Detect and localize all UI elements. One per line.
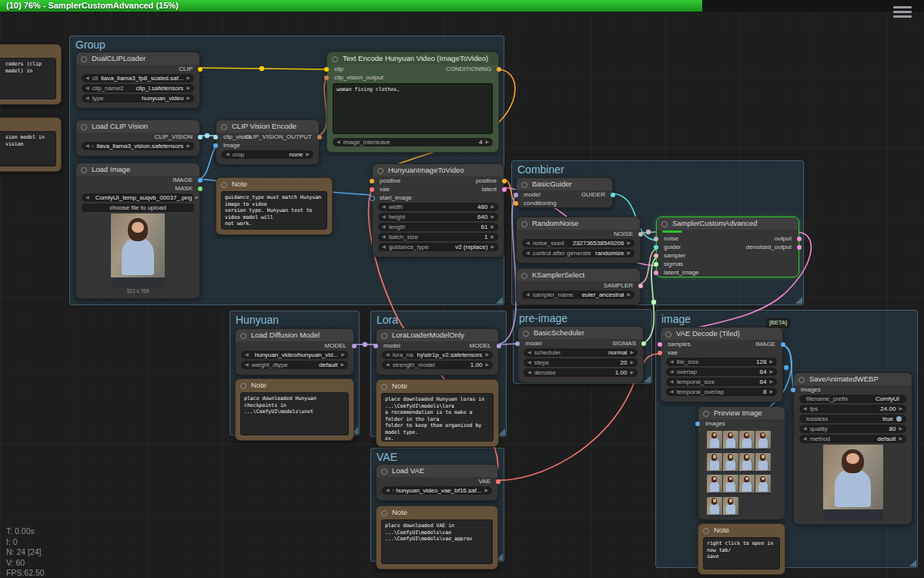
widget-noise_seed[interactable]: ◀noise_seed232736538549206▶: [522, 239, 634, 247]
increment-arrow-icon[interactable]: ▶: [769, 378, 773, 386]
output-port-denoised_output[interactable]: [797, 245, 802, 250]
node-text_encode[interactable]: Text Encode Hunyuan Video (ImageToVideo)…: [326, 52, 499, 153]
node-note_lora[interactable]: Noteplace downloaded Hunyuan loras in ..…: [376, 379, 499, 447]
decrement-arrow-icon[interactable]: ◀: [226, 150, 229, 159]
widget-control-after-generate[interactable]: ◀control after generaterandomize▶: [522, 249, 634, 257]
decrement-arrow-icon[interactable]: ◀: [85, 142, 89, 150]
node-title[interactable]: DualCLIPLoader: [76, 52, 199, 65]
increment-arrow-icon[interactable]: ▶: [340, 361, 344, 369]
collapse-icon[interactable]: [521, 182, 527, 188]
note-text[interactable]: right click to open in new tab/ save: [703, 537, 780, 570]
input-port-clip_vision[interactable]: [213, 135, 218, 139]
node-title[interactable]: Note: [236, 379, 353, 391]
collapse-icon[interactable]: [381, 333, 387, 339]
widget-batch_size[interactable]: ◀batch_size1▶: [378, 233, 498, 241]
output-port-positive[interactable]: [502, 179, 507, 183]
output-port-output[interactable]: [797, 237, 802, 241]
input-port-vae[interactable]: [370, 187, 374, 192]
increment-arrow-icon[interactable]: ▶: [195, 193, 199, 202]
collapse-icon[interactable]: [523, 331, 529, 337]
collapse-icon[interactable]: [81, 124, 87, 130]
decrement-arrow-icon[interactable]: ◀: [245, 361, 249, 369]
increment-arrow-icon[interactable]: ▶: [769, 358, 773, 366]
widget-length[interactable]: ◀length61▶: [378, 223, 498, 231]
increment-arrow-icon[interactable]: ▶: [630, 358, 634, 367]
increment-arrow-icon[interactable]: ▶: [490, 233, 494, 241]
node-save_webp[interactable]: SaveAnimatedWEBPimagesfilename_prefixCom…: [793, 372, 912, 525]
node-random_noise[interactable]: RandomNoiseNOISE◀noise_seed2327365385492…: [516, 217, 641, 264]
widget-guidance_type[interactable]: ◀guidance_typev2 (replace)▶: [378, 243, 498, 251]
decrement-arrow-icon[interactable]: ◀: [382, 213, 386, 221]
increment-arrow-icon[interactable]: ▶: [630, 348, 634, 357]
input-port-sampler[interactable]: [654, 254, 658, 258]
decrement-arrow-icon[interactable]: ◀: [382, 223, 386, 231]
node-title[interactable]: Load VAE: [377, 465, 497, 477]
widget-weight_dtype[interactable]: ◀weight_dtypedefault▶: [241, 361, 348, 369]
input-port-latent_image[interactable]: [654, 271, 658, 275]
decrement-arrow-icon[interactable]: ◀: [386, 361, 390, 369]
decrement-arrow-icon[interactable]: ◀: [527, 348, 531, 357]
increment-arrow-icon[interactable]: ▶: [186, 84, 190, 92]
decrement-arrow-icon[interactable]: ◀: [245, 351, 249, 359]
decrement-arrow-icon[interactable]: ◀: [382, 233, 386, 241]
increment-arrow-icon[interactable]: ▶: [899, 405, 902, 413]
note-text[interactable]: guidance_type must match Hunyuan image t…: [221, 191, 327, 230]
output-port-SIGMAS[interactable]: [641, 341, 646, 346]
increment-arrow-icon[interactable]: ▶: [630, 368, 634, 377]
node-sampler_custom[interactable]: SamplerCustomAdvancednoiseoutputguiderde…: [656, 217, 799, 277]
widget-width[interactable]: ◀width480▶: [378, 203, 498, 211]
decrement-arrow-icon[interactable]: ◀: [386, 486, 390, 495]
node-note_vae[interactable]: Noteplace downloaded VAE in ...\ComfyUI\…: [376, 506, 498, 570]
decrement-arrow-icon[interactable]: ◀: [670, 388, 674, 396]
decrement-arrow-icon[interactable]: ◀: [526, 239, 530, 247]
increment-arrow-icon[interactable]: ▶: [490, 213, 494, 221]
decrement-arrow-icon[interactable]: ◀: [526, 291, 530, 299]
increment-arrow-icon[interactable]: ▶: [306, 150, 310, 159]
increment-arrow-icon[interactable]: ▶: [899, 435, 902, 443]
node-load_diffusion[interactable]: Load Diffusion ModelMODEL◀unet_namehunyu…: [235, 328, 354, 375]
collapse-icon[interactable]: [81, 167, 87, 173]
input-port-conditioning[interactable]: [514, 201, 518, 206]
output-port-SAMPLER[interactable]: [638, 284, 643, 288]
collapse-icon[interactable]: [221, 182, 227, 188]
widget-temporal_size[interactable]: ◀temporal_size64▶: [666, 378, 777, 386]
node-title[interactable]: Note: [698, 524, 785, 536]
decrement-arrow-icon[interactable]: ◀: [382, 203, 386, 211]
widget-lossless[interactable]: losslesstrue: [799, 415, 906, 423]
decrement-arrow-icon[interactable]: ◀: [526, 249, 530, 257]
input-port-positive[interactable]: [370, 179, 374, 183]
increment-arrow-icon[interactable]: ▶: [769, 388, 773, 396]
widget-temporal_overlap[interactable]: ◀temporal_overlap8▶: [666, 388, 777, 396]
decrement-arrow-icon[interactable]: ◀: [386, 351, 390, 359]
decrement-arrow-icon[interactable]: ◀: [803, 425, 807, 433]
note-text[interactable]: sion model in vision: [0, 131, 56, 166]
node-graph-canvas[interactable]: GroupCombinerHunyuanLorapre-imageVAEimag…: [0, 0, 924, 578]
input-port-images[interactable]: [695, 422, 700, 426]
node-title[interactable]: Preview Image: [698, 407, 785, 419]
output-port-CLIP_VISION_OUTPUT[interactable]: [317, 135, 322, 139]
widget-fps[interactable]: ◀fps24.00▶: [799, 405, 906, 413]
output-port-NOISE[interactable]: [638, 232, 643, 237]
widget-vae_name[interactable]: ◀vae_namehunyuan_video_vae_bf16.saf...▶: [382, 486, 492, 495]
node-load_image[interactable]: Load ImageIMAGEMASK◀imageComfyUI_temp_su…: [75, 163, 200, 299]
widget-height[interactable]: ◀height640▶: [378, 213, 498, 221]
decrement-arrow-icon[interactable]: ◀: [336, 138, 340, 146]
output-port-latent[interactable]: [502, 187, 507, 192]
increment-arrow-icon[interactable]: ▶: [490, 203, 494, 211]
increment-arrow-icon[interactable]: ▶: [341, 351, 345, 359]
decrement-arrow-icon[interactable]: ◀: [803, 405, 807, 413]
collapse-icon[interactable]: [665, 331, 671, 338]
output-port-MODEL[interactable]: [497, 344, 501, 348]
node-title[interactable]: BasicScheduler: [518, 327, 643, 339]
widget-type[interactable]: ◀typehunyuan_video▶: [82, 94, 194, 102]
widget-image[interactable]: ◀imageComfyUI_temp_suqvb_00037_.png▶: [82, 193, 194, 202]
node-title[interactable]: Load CLIP Vision: [76, 120, 199, 133]
widget-image_interleave[interactable]: ◀image_interleave4▶: [333, 138, 493, 146]
collapse-icon[interactable]: [703, 411, 709, 417]
input-port-image[interactable]: [213, 143, 218, 148]
output-port-MASK[interactable]: [198, 187, 203, 191]
increment-arrow-icon[interactable]: ▶: [485, 351, 489, 359]
widget-overlap[interactable]: ◀overlap64▶: [666, 368, 777, 376]
increment-arrow-icon[interactable]: ▶: [485, 138, 489, 146]
node-load_clip_vision[interactable]: Load CLIP VisionCLIP_VISION◀clip_namella…: [75, 119, 200, 156]
